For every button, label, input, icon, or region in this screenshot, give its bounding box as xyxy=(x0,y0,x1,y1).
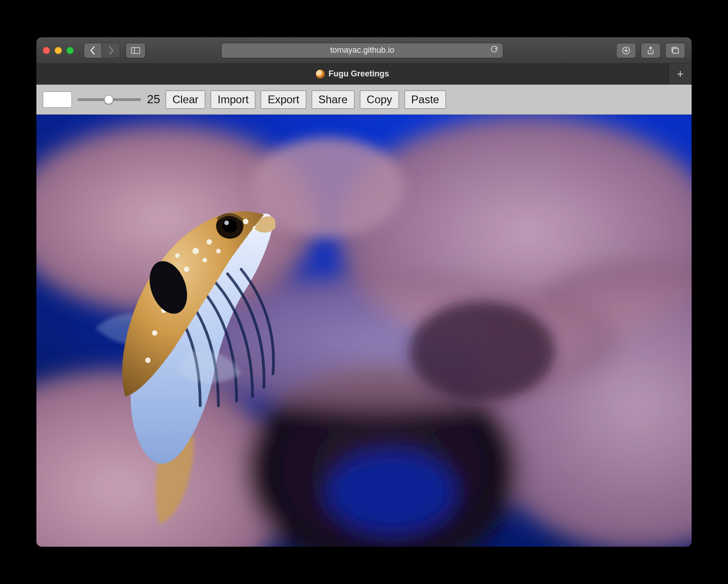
svg-point-21 xyxy=(152,330,157,336)
tab-bar: Fugu Greetings + xyxy=(36,64,692,85)
downloads-icon xyxy=(622,46,631,55)
app-toolbar: 25 Clear Import Export Share Copy Paste xyxy=(36,85,692,115)
sidebar-toggle-button[interactable] xyxy=(126,43,146,58)
nav-buttons xyxy=(84,43,120,58)
tabs-overview-button[interactable] xyxy=(665,43,685,58)
sidebar-icon xyxy=(131,46,140,55)
reload-icon xyxy=(490,45,498,53)
address-bar[interactable]: tomayac.github.io xyxy=(221,43,503,58)
tab-fugu-greetings[interactable]: Fugu Greetings xyxy=(36,64,669,84)
svg-point-11 xyxy=(328,451,455,533)
svg-point-18 xyxy=(184,267,189,272)
svg-point-22 xyxy=(145,357,151,363)
browser-titlebar: tomayac.github.io xyxy=(36,37,692,64)
downloads-button[interactable] xyxy=(616,43,636,58)
share-icon xyxy=(646,46,655,55)
svg-rect-3 xyxy=(673,48,679,53)
titlebar-right-group xyxy=(616,43,685,58)
back-button[interactable] xyxy=(84,43,102,58)
brush-size-slider[interactable] xyxy=(77,98,141,101)
address-bar-text: tomayac.github.io xyxy=(330,45,394,55)
zoom-window-button[interactable] xyxy=(66,47,74,54)
tab-title: Fugu Greetings xyxy=(329,69,389,79)
tabs-overview-icon xyxy=(671,46,680,55)
svg-point-15 xyxy=(207,239,212,245)
copy-button[interactable]: Copy xyxy=(360,91,399,109)
svg-point-31 xyxy=(224,221,229,225)
svg-point-14 xyxy=(192,248,199,254)
new-tab-button[interactable]: + xyxy=(669,64,692,84)
safari-window: tomayac.github.io xyxy=(36,37,692,547)
import-button[interactable]: Import xyxy=(211,91,255,109)
paste-button[interactable]: Paste xyxy=(404,91,446,109)
share-button-browser[interactable] xyxy=(641,43,661,58)
color-picker[interactable] xyxy=(43,91,72,108)
forward-button[interactable] xyxy=(102,43,120,58)
drawing-canvas[interactable] xyxy=(36,115,692,547)
share-button[interactable]: Share xyxy=(312,91,354,109)
svg-rect-0 xyxy=(131,47,140,53)
brush-size-control: 25 xyxy=(77,92,160,106)
brush-size-value: 25 xyxy=(144,92,160,106)
export-button[interactable]: Export xyxy=(261,91,306,109)
svg-point-26 xyxy=(243,219,248,224)
clear-button[interactable]: Clear xyxy=(166,91,205,109)
close-window-button[interactable] xyxy=(43,47,50,54)
fugu-fish-icon xyxy=(316,70,325,79)
svg-point-30 xyxy=(222,219,237,233)
svg-point-24 xyxy=(175,253,180,258)
minimize-window-button[interactable] xyxy=(55,47,62,54)
traffic-lights xyxy=(43,47,74,54)
plus-icon: + xyxy=(677,67,683,81)
reload-button[interactable] xyxy=(490,45,498,55)
svg-point-23 xyxy=(202,258,207,262)
canvas-image xyxy=(36,115,692,547)
svg-point-25 xyxy=(216,249,221,253)
svg-point-13 xyxy=(410,301,555,401)
